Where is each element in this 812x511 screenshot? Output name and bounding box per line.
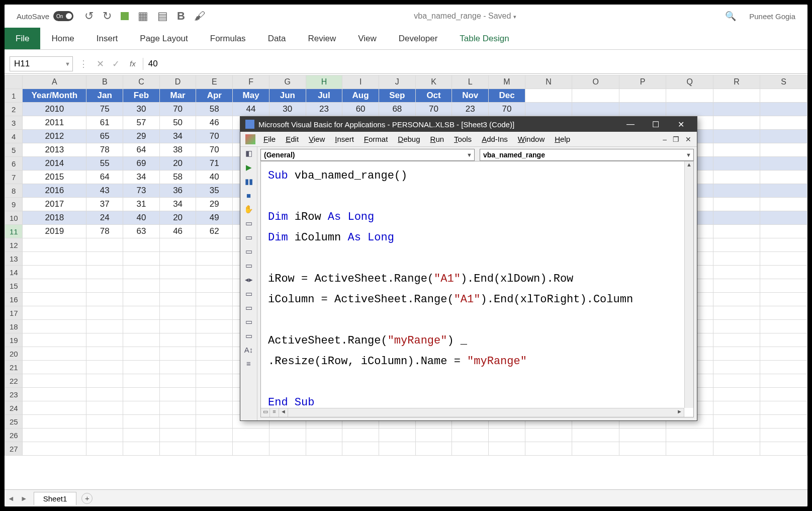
cell[interactable]: [123, 374, 160, 388]
cell[interactable]: [572, 429, 619, 442]
cell[interactable]: 29: [196, 198, 233, 211]
table-header-cell[interactable]: Sep: [379, 89, 416, 103]
cell[interactable]: [713, 211, 760, 225]
cell[interactable]: [452, 442, 489, 456]
cell[interactable]: [23, 415, 86, 429]
row-header[interactable]: 10: [5, 211, 23, 225]
cell[interactable]: [713, 293, 760, 306]
cell[interactable]: [86, 279, 123, 293]
close-button[interactable]: ✕: [670, 117, 692, 132]
procedure-view-icon[interactable]: ▭: [261, 408, 270, 417]
column-header[interactable]: L: [452, 75, 489, 89]
cell[interactable]: 34: [159, 198, 196, 211]
cell[interactable]: 73: [123, 184, 160, 198]
cell[interactable]: 35: [196, 184, 233, 198]
cell[interactable]: [489, 429, 525, 442]
cell[interactable]: 71: [196, 157, 233, 171]
cell[interactable]: [666, 442, 713, 456]
vbe-menu-item[interactable]: File: [258, 133, 281, 145]
tab-data[interactable]: Data: [257, 28, 297, 49]
cell[interactable]: [760, 211, 807, 225]
row-header[interactable]: 13: [5, 252, 23, 266]
cell[interactable]: [713, 320, 760, 333]
cell[interactable]: [23, 401, 86, 415]
cell[interactable]: 36: [159, 184, 196, 198]
cell[interactable]: [23, 266, 86, 279]
mdi-close-icon[interactable]: ✕: [683, 135, 694, 143]
table-header-cell[interactable]: Jan: [86, 89, 123, 103]
cell[interactable]: 65: [86, 130, 123, 143]
design-mode-icon[interactable]: ◧: [245, 149, 252, 158]
table-header-cell[interactable]: Nov: [452, 89, 489, 103]
cell[interactable]: [123, 320, 160, 333]
cell[interactable]: [760, 116, 807, 130]
cell[interactable]: [159, 320, 196, 333]
cell[interactable]: [713, 333, 760, 347]
cell[interactable]: [196, 252, 233, 266]
cell[interactable]: 70: [159, 103, 196, 116]
select-all-cell[interactable]: [5, 75, 23, 89]
cell[interactable]: [666, 429, 713, 442]
column-header[interactable]: J: [379, 75, 416, 89]
cell[interactable]: 40: [196, 171, 233, 184]
column-header[interactable]: P: [619, 75, 666, 89]
cell[interactable]: [233, 442, 269, 456]
cell[interactable]: 2014: [23, 157, 86, 171]
cell[interactable]: [713, 225, 760, 238]
row-header[interactable]: 21: [5, 361, 23, 374]
cell[interactable]: [572, 89, 619, 103]
cell[interactable]: [713, 103, 760, 116]
table-header-cell[interactable]: Dec: [489, 89, 525, 103]
cell[interactable]: 37: [86, 198, 123, 211]
cell[interactable]: 34: [159, 130, 196, 143]
cell[interactable]: [159, 388, 196, 401]
cell[interactable]: [415, 429, 452, 442]
cell[interactable]: [713, 184, 760, 198]
cell[interactable]: [713, 171, 760, 184]
cell[interactable]: [23, 429, 86, 442]
cell[interactable]: 20: [159, 157, 196, 171]
row-header[interactable]: 24: [5, 401, 23, 415]
cell[interactable]: [86, 293, 123, 306]
cell[interactable]: [760, 320, 807, 333]
column-header[interactable]: S: [760, 75, 807, 89]
table-header-cell[interactable]: Apr: [196, 89, 233, 103]
cell[interactable]: [159, 347, 196, 361]
cell[interactable]: [196, 347, 233, 361]
cell[interactable]: 34: [123, 171, 160, 184]
cell[interactable]: [713, 198, 760, 211]
cell[interactable]: [760, 171, 807, 184]
chevron-down-icon[interactable]: ▼: [65, 61, 70, 67]
power-pivot-icon[interactable]: ▤: [157, 11, 168, 22]
cell[interactable]: 50: [159, 116, 196, 130]
cell[interactable]: 30: [123, 103, 160, 116]
vbe-menu-item[interactable]: Window: [513, 133, 550, 145]
cell[interactable]: [196, 361, 233, 374]
cell[interactable]: 43: [86, 184, 123, 198]
cell[interactable]: [196, 333, 233, 347]
cell[interactable]: [23, 293, 86, 306]
cell[interactable]: 2015: [23, 171, 86, 184]
cell[interactable]: [619, 89, 666, 103]
column-header[interactable]: O: [572, 75, 619, 89]
cell[interactable]: [123, 361, 160, 374]
column-header[interactable]: H: [306, 75, 342, 89]
autosave-toggle[interactable]: On: [53, 11, 73, 21]
drag-handle-icon[interactable]: ⋮: [79, 58, 87, 69]
table-header-cell[interactable]: Jun: [269, 89, 306, 103]
tab-arrows-icon[interactable]: ◂▸: [245, 275, 253, 284]
column-header[interactable]: N: [525, 75, 572, 89]
cell[interactable]: [713, 279, 760, 293]
cell[interactable]: [86, 415, 123, 429]
cell[interactable]: 69: [123, 157, 160, 171]
cell[interactable]: 46: [196, 116, 233, 130]
cell[interactable]: [23, 388, 86, 401]
reset-icon[interactable]: ■: [246, 191, 251, 200]
cell[interactable]: [760, 442, 807, 456]
cell[interactable]: [760, 415, 807, 429]
vbe-procedure-dropdown[interactable]: vba_named_range ▼: [480, 149, 694, 161]
column-header[interactable]: M: [489, 75, 525, 89]
cell[interactable]: 75: [86, 103, 123, 116]
tab-view[interactable]: View: [347, 28, 388, 49]
cell[interactable]: [196, 401, 233, 415]
